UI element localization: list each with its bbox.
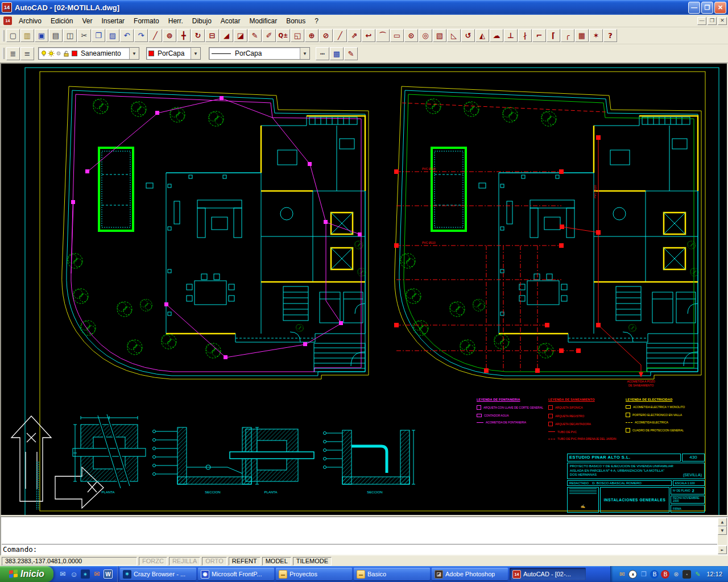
ellipse-button[interactable]: ◎ [419, 29, 432, 42]
edit-polyline-button[interactable]: ✎ [248, 29, 262, 42]
start-button[interactable]: Inicio [0, 566, 53, 582]
fill-button[interactable]: ◢ [220, 29, 233, 42]
fillet-button[interactable]: ╭ [561, 29, 574, 42]
status-toggle[interactable]: FORZC [139, 557, 167, 566]
scroll-right-button[interactable]: ► [718, 546, 727, 554]
command-prompt[interactable]: Comando: [2, 545, 717, 554]
zoom-extents-button[interactable]: ⊕ [305, 29, 318, 42]
linetype-button[interactable]: ┅ [316, 47, 329, 60]
match-properties-button[interactable]: ✎ [344, 47, 358, 60]
layer-combo-dropdown[interactable]: ▼ [129, 48, 139, 59]
taskbar-task[interactable]: ▬ Proyectos [276, 568, 352, 580]
break-button[interactable]: ∤ [518, 29, 532, 42]
command-scrollbar[interactable]: ▲ ▼ [718, 518, 727, 545]
status-toggle[interactable]: TILEMODE [293, 557, 332, 566]
mirror-button[interactable]: ◭ [475, 29, 489, 42]
explode-button[interactable]: ✶ [589, 29, 603, 42]
zoom-previous-button[interactable]: ⊘ [319, 29, 333, 42]
erase-button[interactable]: ◪ [234, 29, 247, 42]
make-object-layer-current-button[interactable]: ≣ [6, 47, 20, 60]
menu-item[interactable]: Bonus [282, 16, 310, 26]
help-button[interactable]: ? [603, 29, 617, 42]
cut-button[interactable]: ✂ [77, 29, 91, 42]
status-toggle[interactable]: REFENT [229, 557, 260, 566]
menu-item[interactable]: Dibujo [188, 16, 216, 26]
toolbar-grip[interactable] [2, 30, 5, 41]
taskbar-task[interactable]: ✶ Crazy Browser - ... [120, 568, 196, 580]
linetype-combo-dropdown[interactable]: ▼ [300, 48, 309, 59]
crazy-browser-icon[interactable]: ✶ [81, 569, 90, 579]
distance-button[interactable]: ⊟ [205, 29, 219, 42]
save-button[interactable]: ▣ [35, 29, 48, 42]
revision-cloud-button[interactable]: ☁ [490, 29, 503, 42]
menu-item[interactable]: Insertar [97, 16, 129, 26]
network-icon[interactable]: ❒ [639, 570, 648, 579]
chamfer-button[interactable]: ⌈ [547, 29, 560, 42]
scroll-up-button[interactable]: ▲ [718, 518, 727, 526]
new-button[interactable]: ▢ [6, 29, 20, 42]
construction-line-button[interactable]: ⇗ [348, 29, 361, 42]
print-button[interactable]: ▤ [49, 29, 63, 42]
line-button[interactable]: ╱ [333, 29, 347, 42]
hatch-button[interactable]: ▦ [575, 29, 589, 42]
menu-item[interactable]: Herr. [164, 16, 188, 26]
circle-button[interactable]: ⊙ [404, 29, 418, 42]
color-combo[interactable]: PorCapa ▼ [146, 47, 201, 60]
region-button[interactable]: ▧ [433, 29, 446, 42]
scroll-down-button[interactable]: ▼ [718, 526, 727, 535]
move-button[interactable]: ╋ [177, 29, 191, 42]
color-combo-dropdown[interactable]: ▼ [191, 48, 200, 59]
rectangle-button[interactable]: ▭ [390, 29, 404, 42]
camera-icon[interactable]: ▪ [682, 570, 691, 579]
mdi-restore-button[interactable]: ❐ [708, 17, 717, 25]
outlook-express-icon[interactable]: ✉ [58, 569, 67, 579]
command-window[interactable]: AutoCAD bonus Menu loaded.Comando: '_zoo… [0, 516, 728, 556]
menu-item[interactable]: Formato [129, 16, 164, 26]
updater-icon[interactable]: ✎ [693, 570, 702, 579]
print-preview-button[interactable]: ◫ [63, 29, 77, 42]
zoom-window-button[interactable]: ◱ [291, 29, 304, 42]
rotate-view-button[interactable]: ↺ [461, 29, 475, 42]
polyline-button[interactable]: ↩ [362, 29, 375, 42]
panda-antivirus-icon[interactable]: ᴥ [628, 570, 637, 579]
close-button[interactable]: ✕ [714, 2, 726, 14]
menu-item[interactable]: Ver [77, 16, 97, 26]
document-icon[interactable]: 14 [3, 16, 12, 25]
snap-perpendicular-button[interactable]: ⊥ [504, 29, 518, 42]
osnap-settings-button[interactable]: ⊚ [163, 29, 176, 42]
layers-button[interactable]: ≡ [20, 47, 34, 60]
command-history[interactable]: AutoCAD bonus Menu loaded.Comando: '_zoo… [2, 518, 717, 544]
status-toggle[interactable]: REJILLA [169, 557, 200, 566]
zoom-realtime-button[interactable]: Q± [276, 29, 290, 42]
messenger-icon[interactable]: ☺ [69, 569, 78, 579]
mail-icon[interactable]: ✉ [92, 569, 101, 579]
status-toggle[interactable]: ORTO [202, 557, 226, 566]
mdi-close-button[interactable]: ✕ [718, 17, 727, 25]
arc-button[interactable]: ⌒ [376, 29, 390, 42]
taskbar-task[interactable]: ◪ Adobe Photoshop [432, 568, 508, 580]
paste-button[interactable]: ▨ [106, 29, 119, 42]
menu-item[interactable]: Archivo [14, 16, 46, 26]
rotate-button[interactable]: ↻ [191, 29, 205, 42]
menu-item[interactable]: Edición [46, 16, 77, 26]
object-properties-button[interactable]: ▩ [330, 47, 344, 60]
menu-item[interactable]: ? [310, 16, 323, 26]
open-button[interactable]: ▥ [20, 29, 34, 42]
tray-mail-icon[interactable]: ✉ [618, 570, 626, 579]
menu-item[interactable]: Modificar [245, 16, 282, 26]
toolbar-grip[interactable] [2, 48, 5, 59]
mdi-minimize-button[interactable]: — [697, 17, 706, 25]
trim-button[interactable]: ⌐ [532, 29, 546, 42]
undo-button[interactable]: ↶ [120, 29, 134, 42]
linetype-combo[interactable]: PorCapa ▼ [209, 47, 310, 60]
drawing-canvas[interactable]: PVC Ø110 PVC Ø110 PVC Ø110 ACOMETIDA A P… [0, 63, 728, 516]
leader-button[interactable]: ╱ [148, 29, 162, 42]
word-icon[interactable]: W [104, 569, 113, 579]
restore-button[interactable]: ❐ [701, 2, 713, 14]
taskbar-task[interactable]: ▬ Basico [354, 568, 430, 580]
polygon-button[interactable]: ◺ [447, 29, 461, 42]
bluetooth-icon[interactable]: B [650, 570, 659, 579]
offline-icon[interactable]: ⊗ [672, 570, 680, 579]
copy-button[interactable]: ❐ [92, 29, 105, 42]
status-toggle[interactable]: MODEL [262, 557, 291, 566]
